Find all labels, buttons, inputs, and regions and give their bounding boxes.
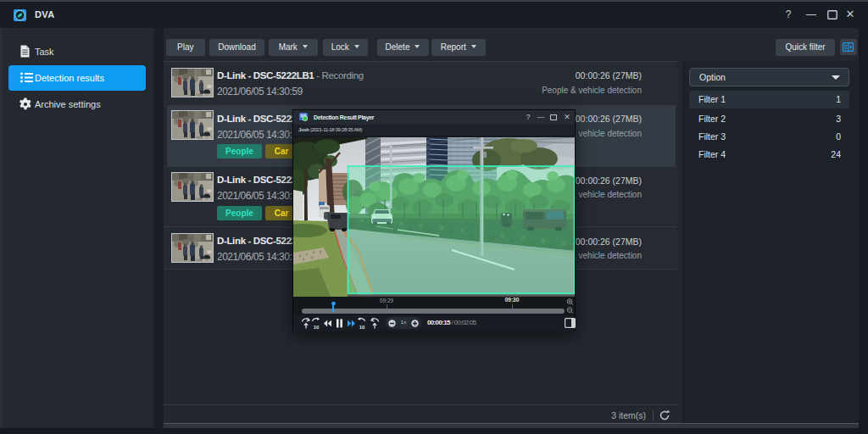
svg-text:10: 10 (359, 325, 365, 330)
svg-text:10: 10 (314, 325, 320, 330)
